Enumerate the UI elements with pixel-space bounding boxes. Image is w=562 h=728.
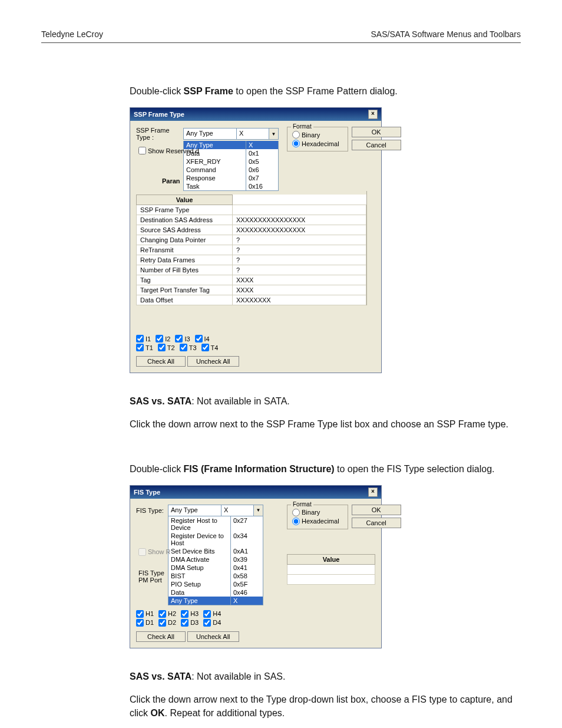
ssp-frame-type-combo[interactable]: Any Type X ▼: [183, 128, 279, 140]
dropdown-option[interactable]: Set Device Bits0xA1: [168, 547, 263, 555]
dropdown-option[interactable]: XFER_RDY0x5: [184, 157, 278, 166]
param-row[interactable]: TagXXXX: [137, 275, 366, 285]
header-rule: [41, 42, 521, 43]
port-checkbox[interactable]: T2: [158, 344, 175, 351]
port-checkbox[interactable]: H4: [203, 610, 221, 618]
dropdown-option[interactable]: Command0x6: [184, 166, 278, 174]
page-header: Teledyne LeCroy SAS/SATA Software Menus …: [41, 29, 521, 39]
param-row[interactable]: Target Port Transfer TagXXXX: [137, 285, 366, 295]
fis-side-row-labels: FIS TypePM Port: [138, 569, 164, 584]
param-row[interactable]: ReTransmit?: [137, 245, 366, 255]
param-row[interactable]: Destination SAS AddressXXXXXXXXXXXXXXXX: [137, 215, 366, 225]
uncheck-all-button[interactable]: Uncheck All: [187, 356, 239, 367]
dropdown-option[interactable]: BIST0x58: [168, 572, 263, 580]
chevron-down-icon[interactable]: ▼: [253, 505, 263, 516]
format-group-title: Format: [291, 501, 313, 508]
port-checkbox[interactable]: T3: [180, 344, 197, 351]
value-column-header: Value: [137, 195, 233, 205]
close-icon[interactable]: ×: [368, 487, 378, 497]
port-checkbox[interactable]: H3: [181, 610, 199, 618]
format-hex[interactable]: Hexadecimal: [292, 140, 339, 147]
chevron-down-icon[interactable]: ▼: [269, 129, 278, 139]
ok-button[interactable]: OK: [352, 505, 401, 515]
format-binary[interactable]: Binary: [292, 131, 320, 139]
ok-button[interactable]: OK: [352, 127, 401, 137]
fis-type-options[interactable]: Register Host to Device0x27Register Devi…: [168, 516, 263, 605]
dropdown-option[interactable]: Register Host to Device0x27: [168, 516, 263, 532]
para-fis-intro: Double-click FIS (Frame Information Stru…: [130, 462, 521, 476]
dialog-ssp-frame-type: SSP Frame Type × SSP Frame Type : Any Ty…: [130, 107, 382, 373]
fis-type-label: FIS Type:: [136, 507, 164, 514]
param-row[interactable]: Retry Data Frames?: [137, 255, 366, 265]
uncheck-all-button[interactable]: Uncheck All: [187, 631, 239, 642]
dialog-title: SSP Frame Type ×: [130, 108, 381, 121]
cancel-button[interactable]: Cancel: [352, 518, 401, 528]
para-sas-vs-sata-2: SAS vs. SATA: Not available in SAS.: [130, 670, 521, 683]
dropdown-option[interactable]: Response0x7: [184, 174, 278, 182]
ssp-ports-initiator: I1I2I3I4: [136, 335, 375, 344]
fis-show-reserved[interactable]: Show R: [138, 548, 171, 556]
format-hex[interactable]: Hexadecimal: [292, 518, 339, 525]
format-group-title: Format: [291, 123, 313, 130]
header-left: Teledyne LeCroy: [41, 29, 103, 39]
value-column-header: Value: [287, 554, 375, 564]
port-checkbox[interactable]: I3: [175, 335, 190, 342]
dropdown-option[interactable]: Task0x16: [184, 182, 278, 190]
para-fis-instruction: Click the down arrow next to the Type dr…: [130, 693, 521, 720]
param-label: PM Port: [138, 577, 164, 584]
param-label: FIS Type: [138, 569, 164, 577]
dialog-fis-type: FIS Type × FIS Type: Any Type X ▼ Regist…: [130, 485, 382, 648]
check-all-button[interactable]: Check All: [136, 631, 186, 642]
fis-type-combo[interactable]: Any Type X ▼: [168, 505, 263, 516]
param-row[interactable]: Data OffsetXXXXXXXX: [137, 295, 366, 305]
port-checkbox[interactable]: T1: [136, 344, 153, 351]
para-sas-vs-sata-1: SAS vs. SATA: Not available in SATA.: [130, 394, 521, 408]
fis-ports-device: D1D2D3D4: [136, 619, 375, 628]
cancel-button[interactable]: Cancel: [352, 140, 401, 150]
ssp-show-reserved[interactable]: Show Reserved d: [138, 147, 199, 154]
fis-ports-host: H1H2H3H4: [136, 610, 375, 619]
port-checkbox[interactable]: I2: [156, 335, 170, 342]
port-checkbox[interactable]: I1: [136, 335, 151, 342]
param-row[interactable]: Number of Fill Bytes?: [137, 265, 366, 275]
dropdown-option[interactable]: PIO Setup0x5F: [168, 580, 263, 588]
para-ssp-instruction: Click the down arrow next to the SSP Fra…: [130, 417, 521, 431]
dropdown-option[interactable]: Register Device to Host0x34: [168, 532, 263, 547]
port-checkbox[interactable]: H2: [158, 610, 176, 618]
port-checkbox[interactable]: D2: [158, 619, 176, 627]
port-checkbox[interactable]: D4: [203, 619, 221, 627]
port-checkbox[interactable]: D3: [181, 619, 199, 627]
param-row[interactable]: SSP Frame Type: [137, 205, 366, 215]
para-ssp-intro: Double-click SSP Frame to open the SSP F…: [130, 84, 521, 98]
header-right: SAS/SATA Software Menus and Toolbars: [371, 29, 521, 39]
dropdown-option[interactable]: Any TypeX: [168, 597, 263, 605]
close-icon[interactable]: ×: [368, 110, 378, 119]
port-checkbox[interactable]: T4: [201, 344, 219, 351]
port-checkbox[interactable]: D1: [136, 619, 154, 627]
port-checkbox[interactable]: H1: [136, 610, 154, 618]
dialog-title: FIS Type ×: [130, 486, 381, 499]
check-all-button[interactable]: Check All: [136, 356, 186, 367]
ssp-frame-type-label: SSP Frame Type :: [136, 127, 180, 141]
scrollbar[interactable]: [366, 191, 375, 305]
param-row[interactable]: Changing Data Pointer?: [137, 235, 366, 245]
dropdown-option[interactable]: Data0x46: [168, 588, 263, 597]
dropdown-option[interactable]: DMA Activate0x39: [168, 555, 263, 564]
dropdown-option[interactable]: DMA Setup0x41: [168, 564, 263, 572]
format-binary[interactable]: Binary: [292, 509, 320, 516]
ssp-ports-target: T1T2T3T4: [136, 344, 375, 353]
param-row[interactable]: Source SAS AddressXXXXXXXXXXXXXXXX: [137, 225, 366, 235]
port-checkbox[interactable]: I4: [195, 335, 210, 342]
